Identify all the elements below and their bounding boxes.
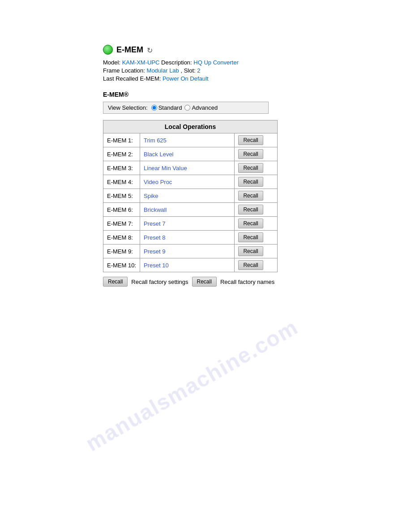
emem-preset-name: Black Level xyxy=(140,147,235,161)
slot-separator: , xyxy=(180,67,184,74)
emem-preset-name: Preset 7 xyxy=(140,217,235,231)
emem-recall-cell: Recall xyxy=(235,175,278,189)
frame-label: Frame Location: xyxy=(103,67,145,74)
emem-preset-name: Preset 9 xyxy=(140,245,235,258)
emem-recall-cell: Recall xyxy=(235,258,278,272)
emem-recall-cell: Recall xyxy=(235,245,278,258)
emem-preset-name: Spike xyxy=(140,189,235,203)
emem-row-label: E-MEM 1: xyxy=(103,133,140,147)
recall-button-3[interactable]: Recall xyxy=(238,163,263,173)
frame-location-text[interactable]: Modular Lab xyxy=(147,67,179,74)
emem-row-label: E-MEM 9: xyxy=(103,245,140,258)
recall-factory-names-button[interactable]: Recall xyxy=(192,277,217,287)
table-row: E-MEM 1:Trim 625Recall xyxy=(103,133,278,147)
last-recalled-value-text[interactable]: Power On Default xyxy=(163,75,209,82)
footer-row: Recall Recall factory settings Recall Re… xyxy=(103,277,411,287)
emem-row-label: E-MEM 8: xyxy=(103,231,140,245)
emem-recall-cell: Recall xyxy=(235,231,278,245)
slot-label: Slot: xyxy=(184,67,196,74)
recall-button-5[interactable]: Recall xyxy=(238,191,263,201)
model-value[interactable]: KAM-XM-UPC xyxy=(122,59,160,66)
emem-section: E-MEM® View Selection: Standard Advanced… xyxy=(103,91,411,287)
last-recalled-label: Last Recalled E-MEM: xyxy=(103,75,161,82)
radio-standard-text: Standard xyxy=(158,104,182,111)
description-value-text[interactable]: HQ Up Converter xyxy=(193,59,238,66)
emem-recall-cell: Recall xyxy=(235,189,278,203)
emem-row-label: E-MEM 2: xyxy=(103,147,140,161)
table-row: E-MEM 10:Preset 10Recall xyxy=(103,258,278,272)
emem-preset-name: Trim 625 xyxy=(140,133,235,147)
radio-group: Standard Advanced xyxy=(151,104,218,111)
emem-recall-cell: Recall xyxy=(235,147,278,161)
emem-row-label: E-MEM 10: xyxy=(103,258,140,272)
emem-row-label: E-MEM 6: xyxy=(103,203,140,217)
emem-heading: E-MEM® xyxy=(103,91,411,98)
radio-advanced-text: Advanced xyxy=(192,104,218,111)
emem-recall-cell: Recall xyxy=(235,217,278,231)
recall-button-8[interactable]: Recall xyxy=(238,232,263,242)
recall-button-4[interactable]: Recall xyxy=(238,177,263,187)
emem-preset-name: Preset 10 xyxy=(140,258,235,272)
emem-preset-name: Linear Min Value xyxy=(140,161,235,175)
radio-advanced[interactable] xyxy=(184,105,190,111)
emem-row-label: E-MEM 7: xyxy=(103,217,140,231)
table-row: E-MEM 7:Preset 7Recall xyxy=(103,217,278,231)
radio-standard-label[interactable]: Standard xyxy=(151,104,182,111)
frame-location-line: Frame Location: Modular Lab , Slot: 2 xyxy=(103,67,411,74)
emem-row-label: E-MEM 5: xyxy=(103,189,140,203)
status-indicator xyxy=(103,45,113,55)
recall-factory-settings-button[interactable]: Recall xyxy=(103,277,128,287)
header-section: E-MEM ↻ Model: KAM-XM-UPC Description: H… xyxy=(103,45,411,82)
model-label: Model: xyxy=(103,59,120,66)
emem-preset-name: Video Proc xyxy=(140,175,235,189)
recall-button-6[interactable]: Recall xyxy=(238,205,263,215)
recall-button-10[interactable]: Recall xyxy=(238,260,263,270)
emem-recall-cell: Recall xyxy=(235,133,278,147)
description-label-text: Description: xyxy=(161,59,192,66)
recall-factory-settings-label: Recall factory settings xyxy=(131,279,188,285)
table-row: E-MEM 8:Preset 8Recall xyxy=(103,231,278,245)
table-row: E-MEM 5:SpikeRecall xyxy=(103,189,278,203)
emem-recall-cell: Recall xyxy=(235,203,278,217)
watermark: manualsmachine.com xyxy=(81,314,302,456)
emem-recall-cell: Recall xyxy=(235,161,278,175)
recall-button-1[interactable]: Recall xyxy=(238,135,263,145)
recall-button-9[interactable]: Recall xyxy=(238,246,263,256)
recall-button-7[interactable]: Recall xyxy=(238,219,263,228)
table-row: E-MEM 6:BrickwallRecall xyxy=(103,203,278,217)
recall-factory-names-label: Recall factory names xyxy=(220,279,274,285)
view-selection-label: View Selection: xyxy=(108,104,148,111)
last-recalled-line: Last Recalled E-MEM: Power On Default xyxy=(103,75,411,82)
emem-preset-name: Brickwall xyxy=(140,203,235,217)
table-row: E-MEM 2:Black LevelRecall xyxy=(103,147,278,161)
emem-preset-name: Preset 8 xyxy=(140,231,235,245)
table-header: Local Operations xyxy=(103,120,278,133)
recall-button-2[interactable]: Recall xyxy=(238,149,263,159)
page-title: E-MEM xyxy=(116,45,143,55)
table-row: E-MEM 9:Preset 9Recall xyxy=(103,245,278,258)
radio-standard[interactable] xyxy=(151,105,157,111)
refresh-icon[interactable]: ↻ xyxy=(147,46,156,53)
radio-advanced-label[interactable]: Advanced xyxy=(184,104,218,111)
view-selection-row: View Selection: Standard Advanced xyxy=(103,102,269,114)
slot-value-text[interactable]: 2 xyxy=(197,67,200,74)
emem-row-label: E-MEM 4: xyxy=(103,175,140,189)
table-row: E-MEM 3:Linear Min ValueRecall xyxy=(103,161,278,175)
model-line: Model: KAM-XM-UPC Description: HQ Up Con… xyxy=(103,59,411,66)
emem-table: Local Operations E-MEM 1:Trim 625RecallE… xyxy=(103,120,278,272)
emem-row-label: E-MEM 3: xyxy=(103,161,140,175)
table-row: E-MEM 4:Video ProcRecall xyxy=(103,175,278,189)
